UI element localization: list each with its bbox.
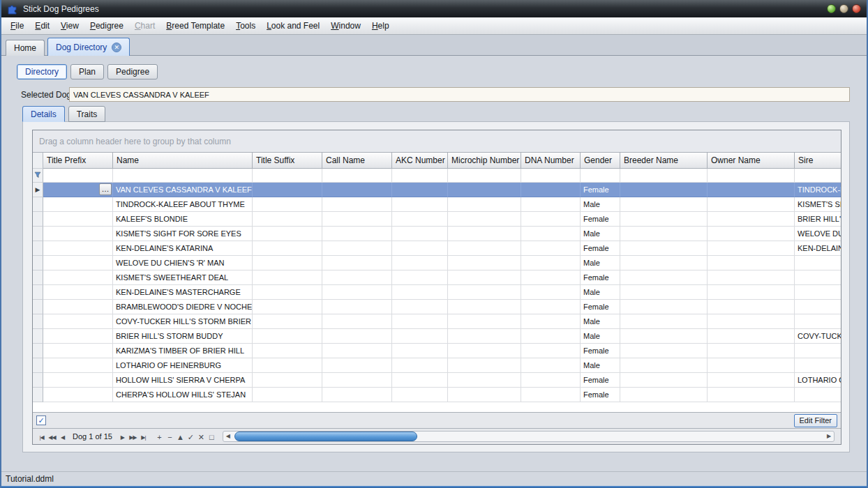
cell-microchip_number[interactable]	[448, 256, 521, 270]
grid-row[interactable]: KISMET'S SIGHT FOR SORE EYESMaleWELOVE D…	[33, 227, 841, 241]
cell-name[interactable]: WELOVE DU CHIEN'S 'R' MAN	[113, 256, 253, 270]
cell-gender[interactable]: Male	[581, 314, 620, 329]
cell-sire[interactable]	[795, 358, 841, 373]
cell-name[interactable]: KISMET'S SIGHT FOR SORE EYES	[113, 227, 253, 241]
cell-gender[interactable]: Female	[581, 212, 620, 227]
cell-owner_name[interactable]	[708, 256, 795, 270]
cell-breeder_name[interactable]	[620, 300, 708, 314]
cell-title_suffix[interactable]	[253, 183, 322, 197]
cell-title_prefix[interactable]	[43, 270, 113, 285]
cancel-icon[interactable]: ✕	[196, 432, 207, 443]
tab-traits[interactable]: Traits	[68, 106, 106, 122]
grid-row[interactable]: COVY-TUCKER HILL'S STORM BRIERMale	[33, 314, 841, 329]
cell-dna_number[interactable]	[521, 270, 581, 285]
prev-icon[interactable]: ◀	[57, 432, 68, 443]
cell-akc_number[interactable]	[392, 212, 448, 227]
next-icon[interactable]: ▶	[117, 432, 128, 443]
menu-item-view[interactable]: View	[55, 19, 84, 33]
grid-row[interactable]: KARIZMA'S TIMBER OF BRIER HILLFemale	[33, 344, 841, 358]
cell-title_prefix[interactable]	[43, 373, 113, 388]
filter-cell-title_prefix[interactable]	[43, 169, 113, 183]
show-editor-icon[interactable]: □	[207, 432, 217, 443]
cell-owner_name[interactable]	[708, 373, 795, 388]
cell-title_prefix[interactable]	[43, 227, 113, 241]
post-icon[interactable]: ✓	[186, 432, 196, 443]
filter-cell-title_suffix[interactable]	[253, 169, 322, 183]
cell-dna_number[interactable]	[521, 329, 581, 344]
cell-akc_number[interactable]	[392, 270, 448, 285]
cell-breeder_name[interactable]	[620, 227, 708, 241]
cell-breeder_name[interactable]	[620, 212, 708, 227]
cell-title_suffix[interactable]	[253, 227, 322, 241]
cell-owner_name[interactable]	[708, 388, 795, 402]
cell-title_suffix[interactable]	[253, 197, 322, 212]
cell-sire[interactable]: BRIER HILL'S	[795, 212, 841, 227]
column-header-dna-number[interactable]: DNA Number	[521, 153, 581, 169]
cell-microchip_number[interactable]	[448, 183, 521, 197]
grid-row[interactable]: BRAMBLEWOOD'S DIEDRE V NOCHEE IIFemale	[33, 300, 841, 314]
cell-dna_number[interactable]	[521, 285, 581, 300]
maximize-button[interactable]	[839, 4, 848, 13]
cell-name[interactable]: KALEEF'S BLONDIE	[113, 212, 253, 227]
first-icon[interactable]: |◀	[36, 432, 47, 443]
cell-breeder_name[interactable]	[620, 270, 708, 285]
cell-gender[interactable]: Male	[581, 285, 620, 300]
cell-gender[interactable]: Female	[581, 344, 620, 358]
menu-item-window[interactable]: Window	[325, 19, 366, 33]
cell-microchip_number[interactable]	[448, 300, 521, 314]
cell-gender[interactable]: Female	[581, 241, 620, 256]
cell-title_suffix[interactable]	[253, 270, 322, 285]
edit-icon[interactable]: ▲	[175, 432, 186, 443]
cell-dna_number[interactable]	[521, 358, 581, 373]
cell-title_prefix[interactable]	[43, 314, 113, 329]
close-button[interactable]	[852, 4, 861, 13]
cell-akc_number[interactable]	[392, 388, 448, 402]
cell-microchip_number[interactable]	[448, 314, 521, 329]
column-header-microchip-number[interactable]: Microchip Number	[448, 153, 521, 169]
cell-title_prefix[interactable]	[43, 241, 113, 256]
cell-dna_number[interactable]	[521, 300, 581, 314]
menu-item-breed-template[interactable]: Breed Template	[160, 19, 230, 33]
cell-title_prefix[interactable]	[43, 329, 113, 344]
cell-gender[interactable]: Male	[581, 227, 620, 241]
filter-cell-call_name[interactable]	[322, 169, 392, 183]
cell-owner_name[interactable]	[708, 314, 795, 329]
cell-dna_number[interactable]	[521, 388, 581, 402]
cell-name[interactable]: BRIER HILL'S STORM BUDDY	[113, 329, 253, 344]
cell-gender[interactable]: Female	[581, 373, 620, 388]
cell-owner_name[interactable]	[708, 227, 795, 241]
cell-gender[interactable]: Female	[581, 388, 620, 402]
cell-title_suffix[interactable]	[253, 314, 322, 329]
cell-title_prefix[interactable]	[43, 300, 113, 314]
cell-sire[interactable]	[795, 285, 841, 300]
cell-dna_number[interactable]	[521, 227, 581, 241]
cell-call_name[interactable]	[322, 388, 392, 402]
tab-plan[interactable]: Plan	[70, 64, 104, 79]
cell-gender[interactable]: Male	[581, 256, 620, 270]
column-header-title-suffix[interactable]: Title Suffix	[253, 153, 322, 169]
row-editor-ellipsis-button[interactable]: …	[99, 183, 112, 195]
cell-sire[interactable]	[795, 344, 841, 358]
cell-title_prefix[interactable]: …	[43, 183, 113, 197]
cell-gender[interactable]: Female	[581, 183, 620, 197]
cell-call_name[interactable]	[322, 197, 392, 212]
cell-dna_number[interactable]	[521, 197, 581, 212]
cell-akc_number[interactable]	[392, 183, 448, 197]
cell-gender[interactable]: Female	[581, 270, 620, 285]
cell-owner_name[interactable]	[708, 212, 795, 227]
cell-title_prefix[interactable]	[43, 388, 113, 402]
cell-name[interactable]: KEN-DELAINE'S KATARINA	[113, 241, 253, 256]
cell-microchip_number[interactable]	[448, 358, 521, 373]
last-icon[interactable]: ▶|	[138, 432, 149, 443]
cell-breeder_name[interactable]	[620, 256, 708, 270]
grid-row[interactable]: BRIER HILL'S STORM BUDDYMaleCOVY-TUCKE	[33, 329, 841, 344]
horizontal-scrollbar[interactable]: ◀ ▶	[223, 431, 835, 442]
cell-dna_number[interactable]	[521, 256, 581, 270]
cell-akc_number[interactable]	[392, 344, 448, 358]
cell-sire[interactable]: COVY-TUCKE	[795, 329, 841, 344]
cell-dna_number[interactable]	[521, 183, 581, 197]
grid-row[interactable]: LOTHARIO OF HEINERBURGMale	[33, 358, 841, 373]
cell-microchip_number[interactable]	[448, 227, 521, 241]
next-page-icon[interactable]: ▶▶	[128, 432, 138, 443]
cell-breeder_name[interactable]	[620, 314, 708, 329]
